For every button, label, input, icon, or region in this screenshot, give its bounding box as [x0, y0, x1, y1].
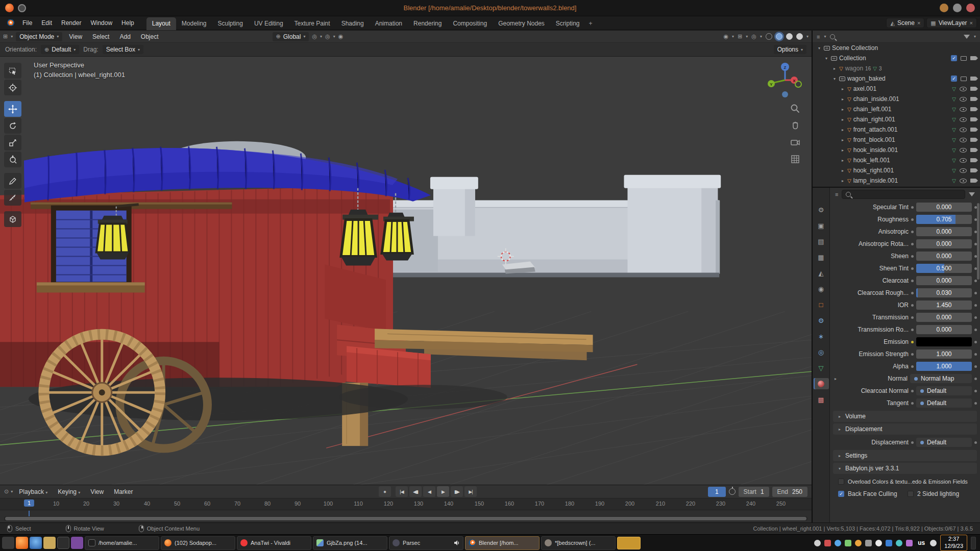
jump-to-start-button[interactable]: |◀ [396, 486, 408, 497]
timeline-track-area[interactable] [0, 511, 812, 522]
backface-checkbox[interactable]: ✓ [838, 491, 844, 497]
shading-rendered-icon[interactable] [796, 33, 803, 40]
timeline-editor[interactable]: ⊙ ▾ Playback ▾ Keying ▾ View Marker ● |◀… [0, 485, 812, 522]
timeline-scrollbar[interactable] [4, 516, 807, 521]
navigation-gizmo[interactable]: Z Y X [766, 61, 804, 99]
transform-tool[interactable] [4, 152, 21, 167]
frame-start-field[interactable]: Start1 [739, 487, 769, 497]
prop-row-anisotropic-rotation[interactable]: Anisotropic Rota... 0.000 [833, 238, 977, 250]
viewport-3d[interactable]: User Perspective (1) Collection | wheel_… [0, 57, 812, 485]
network-tray-icon[interactable] [896, 540, 902, 546]
menu-playback[interactable]: Playback ▾ [15, 487, 52, 496]
filter-icon[interactable] [969, 192, 975, 196]
timeline-editor-icon[interactable]: ⊙ [4, 488, 9, 495]
outliner-row-mesh[interactable]: ▸ ▽ chain_right.001 ▽ [813, 114, 980, 124]
tab-object-data[interactable]: ▽ [814, 362, 829, 373]
shading-wireframe-icon[interactable] [766, 33, 772, 40]
hide-eye-icon[interactable] [960, 117, 967, 122]
hide-eye-icon[interactable] [960, 128, 967, 132]
menu-select[interactable]: Select [89, 32, 113, 41]
next-keyframe-button[interactable]: ▮▶ [451, 486, 463, 497]
add-cube-tool[interactable] [4, 211, 21, 227]
outliner-row-wagon[interactable]: ▸ ▽ wagon 16 ▽ 3 [813, 63, 980, 73]
bluetooth-tray-icon[interactable] [886, 540, 892, 546]
clock[interactable]: 2:37 12/9/23 [940, 535, 967, 551]
front-wheel[interactable] [44, 334, 160, 450]
menu-view[interactable]: View [65, 32, 86, 41]
prop-row-alpha[interactable]: Alpha 1.000 [833, 360, 977, 372]
prop-row-tangent[interactable]: Tangent Default [833, 397, 977, 409]
playhead[interactable]: 1 [24, 499, 34, 507]
hide-eye-icon[interactable] [960, 179, 967, 183]
prop-row-roughness[interactable]: Roughness 0.705 [833, 213, 977, 226]
tab-texture-paint[interactable]: Texture Paint [289, 17, 336, 30]
maximize-button[interactable] [953, 4, 962, 12]
app-menu-icon[interactable] [2, 537, 14, 549]
menu-edit[interactable]: Edit [37, 18, 56, 28]
section-settings[interactable]: ▸Settings [833, 450, 977, 461]
overlays-toggle-icon[interactable]: ◎ [751, 33, 756, 40]
media-tray-icon[interactable] [824, 540, 831, 546]
drag-mode-dropdown[interactable]: Select Box ▾ [103, 45, 143, 54]
tab-layout[interactable]: Layout [146, 17, 176, 30]
prop-row-sheen-tint[interactable]: Sheen Tint 0.500 [833, 262, 977, 274]
outliner-row-mesh[interactable]: ▸ ▽ front_attach.001 ▽ [813, 124, 980, 135]
tangent-field[interactable]: Default [916, 398, 972, 408]
vpn-tray-icon[interactable] [906, 540, 913, 546]
disable-render-icon[interactable] [970, 128, 976, 132]
select-box-tool[interactable] [4, 63, 21, 79]
frame-end-field[interactable]: End250 [772, 487, 807, 497]
menu-file[interactable]: File [18, 18, 36, 28]
prop-row-transmission[interactable]: Transmission 0.000 [833, 311, 977, 323]
gizmos-toggle-icon[interactable]: ⊞ [738, 33, 742, 40]
properties-search-input[interactable] [842, 190, 965, 199]
prop-row-clearcoat-roughness[interactable]: Clearcoat Rough... 0.030 [833, 287, 977, 299]
outliner-row-collection[interactable]: ▾ Collection ✓ [813, 53, 980, 63]
timeline-ruler[interactable]: 1 10 20 30 40 50 60 70 80 90 100 110 120… [0, 498, 812, 510]
play-reverse-button[interactable]: ◀ [423, 486, 435, 497]
hide-eye-icon[interactable] [960, 168, 967, 173]
prop-row-emission-strength[interactable]: Emission Strength 1.000 [833, 348, 977, 360]
tab-rendering[interactable]: Rendering [408, 17, 447, 30]
menu-render[interactable]: Render [57, 18, 85, 28]
taskbar-window-terminal[interactable]: /home/amalie... [85, 536, 159, 550]
tab-texture[interactable]: ▩ [814, 394, 829, 405]
scale-tool[interactable] [4, 135, 21, 151]
gizmo-y-neg-axis[interactable] [795, 81, 801, 87]
files-launcher-icon[interactable] [43, 537, 56, 549]
outliner-row-mesh[interactable]: ▸ ▽ chain_left.001 ▽ [813, 104, 980, 114]
tab-material[interactable] [814, 378, 829, 389]
disable-render-icon[interactable] [970, 107, 976, 111]
tab-sculpting[interactable]: Sculpting [212, 17, 249, 30]
zoom-icon[interactable] [790, 104, 800, 114]
prop-row-clearcoat[interactable]: Clearcoat 0.000 [833, 274, 977, 287]
auto-keyframe-button[interactable]: ● [379, 486, 391, 497]
menu-add[interactable]: Add [116, 32, 134, 41]
editor-launcher-icon[interactable] [71, 537, 83, 549]
editor-type-icon[interactable]: ⊞ [3, 33, 8, 40]
outliner-row-wagon-baked[interactable]: ▾ wagon_baked ✓ [813, 73, 980, 84]
jump-to-end-button[interactable]: ▶| [464, 486, 477, 497]
prop-row-specular-tint[interactable]: Specular Tint 0.000 [833, 201, 977, 213]
collection-checkbox[interactable]: ✓ [951, 55, 957, 61]
tab-object[interactable]: □ [814, 299, 829, 310]
tab-world[interactable]: ◉ [814, 283, 829, 294]
properties-scrollbar[interactable] [977, 203, 979, 280]
menu-marker[interactable]: Marker [110, 487, 137, 496]
pan-hand-icon[interactable] [790, 120, 800, 131]
snap-magnet-icon[interactable]: ◎ [325, 33, 330, 40]
outliner-row-mesh[interactable]: ▸ ▽ hook_inside.001 ▽ [813, 145, 980, 155]
prop-row-anisotropic[interactable]: Anisotropic 0.000 [833, 226, 977, 238]
checkbox-backface-culling[interactable]: ✓ Back Face Culling [838, 490, 908, 497]
tab-compositing[interactable]: Compositing [447, 17, 493, 30]
tab-output[interactable]: ▤ [814, 236, 829, 247]
terminal-launcher-icon[interactable] [57, 537, 69, 549]
play-button[interactable]: ▶ [437, 486, 449, 497]
viewlayer-selector[interactable]: ▦ ViewLayer × [926, 18, 977, 28]
blender-logo-icon[interactable] [5, 19, 15, 27]
unlink-scene-icon[interactable]: × [917, 20, 920, 26]
outliner-row-mesh[interactable]: ▸ ▽ lamp_inside.001 ▽ [813, 176, 980, 186]
current-frame-field[interactable]: 1 [708, 487, 726, 497]
options-dropdown[interactable]: Options ▾ [774, 45, 806, 54]
tab-tool[interactable]: ⚙ [814, 204, 829, 215]
